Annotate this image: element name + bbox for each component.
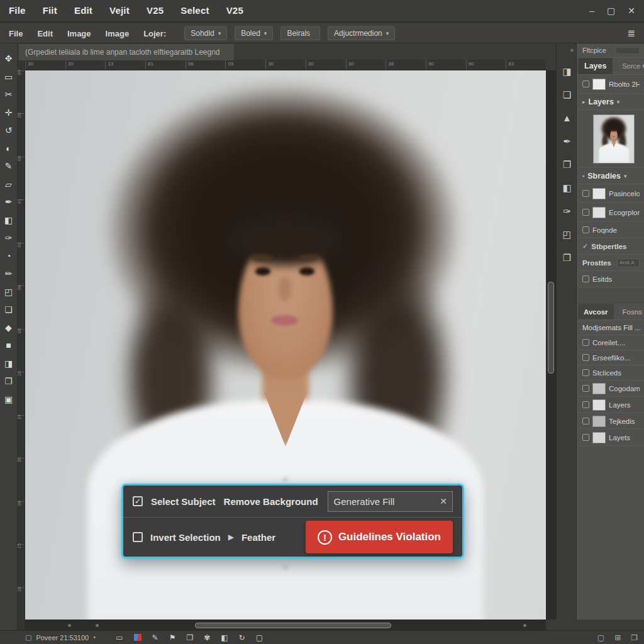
scrollbar-thumb[interactable]: [548, 282, 554, 374]
panel-menu-icon[interactable]: ≣: [627, 28, 635, 39]
remove-background-button[interactable]: Remove Background: [224, 496, 318, 507]
properties-row[interactable]: ✓ Stbpertles: [578, 238, 644, 255]
layer-row[interactable]: Esitds: [578, 271, 644, 287]
presets-input[interactable]: [617, 258, 640, 267]
visibility-checkbox[interactable]: [582, 339, 589, 346]
tool-icon[interactable]: ◆: [0, 319, 18, 337]
layer-row[interactable]: Foqnde: [578, 222, 644, 238]
visibility-checkbox[interactable]: [582, 354, 589, 361]
invert-selection-checkbox[interactable]: [133, 532, 143, 542]
menu-item[interactable]: V25: [147, 5, 164, 16]
tab-fosns[interactable]: Fosns: [623, 308, 642, 316]
panel-icon[interactable]: ◰: [557, 224, 578, 247]
collapse-panels-icon[interactable]: »: [570, 47, 574, 53]
layer-preview-row[interactable]: [578, 110, 644, 168]
tool-icon[interactable]: ✑: [0, 229, 18, 247]
visibility-checkbox[interactable]: [582, 385, 589, 392]
chevron-down-icon[interactable]: ▾: [93, 635, 96, 640]
source-dropdown[interactable]: Sorce ▾: [622, 62, 644, 70]
panel-icon[interactable]: ◧: [557, 177, 578, 201]
panel-icon[interactable]: ❏: [557, 84, 578, 108]
toolbar-dropdown[interactable]: Sohdld ▾: [184, 26, 227, 40]
toolbar-menu-item[interactable]: Image: [67, 29, 91, 38]
feather-label[interactable]: Feather: [242, 532, 275, 543]
toolbar-dropdown[interactable]: Adjuctrmedion ▾: [328, 26, 395, 40]
layer-row[interactable]: Cogodam: [578, 380, 644, 397]
tool-icon[interactable]: ▣: [0, 391, 18, 409]
panel-header-field[interactable]: [616, 47, 640, 54]
tool-icon[interactable]: ✎: [0, 157, 18, 175]
tool-icon[interactable]: ◧: [0, 211, 18, 230]
tool-icon[interactable]: ✂: [0, 86, 18, 104]
status-icon[interactable]: ❐: [186, 634, 193, 641]
visibility-checkbox[interactable]: [582, 369, 589, 376]
status-icon[interactable]: ◧: [221, 634, 228, 641]
visibility-checkbox[interactable]: [582, 209, 589, 216]
layer-row[interactable]: Layets: [578, 430, 644, 446]
fill-row[interactable]: Modjsemats Fill ...: [578, 320, 644, 335]
layer-row[interactable]: Tejkedis: [578, 413, 644, 430]
toolbar-dropdown[interactable]: Beirals: [280, 26, 320, 40]
status-icon[interactable]: ✾: [204, 634, 210, 641]
tool-icon[interactable]: ❏: [0, 301, 18, 319]
panel-icon[interactable]: ✒: [557, 131, 578, 154]
layer-row[interactable]: Ecogrplor: [578, 203, 644, 222]
panel-icon[interactable]: ▲: [557, 108, 578, 131]
menu-item[interactable]: Select: [180, 5, 209, 16]
toolbar-menu-item[interactable]: Edit: [37, 29, 53, 38]
tool-icon[interactable]: ■: [0, 336, 18, 355]
guidelines-violation-button[interactable]: ! Guidelines Violation: [306, 521, 453, 553]
tool-icon[interactable]: ↺: [0, 121, 18, 140]
tool-icon[interactable]: ◐: [0, 140, 18, 158]
clear-input-icon[interactable]: ✕: [440, 496, 447, 506]
menu-item[interactable]: Edit: [74, 5, 92, 16]
status-icon[interactable]: ▰: [134, 634, 142, 641]
visibility-checkbox[interactable]: [582, 190, 589, 197]
tool-icon[interactable]: ✏: [0, 265, 18, 283]
invert-selection-label[interactable]: Invert Selection: [150, 532, 221, 543]
tab-avcosr[interactable]: Avcosr: [578, 304, 614, 319]
tool-icon[interactable]: ✥: [0, 50, 18, 68]
layer-row[interactable]: Layers: [578, 397, 644, 413]
status-icon[interactable]: ⚑: [169, 634, 176, 641]
toolbar-menu-item[interactable]: Image: [106, 29, 130, 38]
status-icon[interactable]: ▭: [116, 634, 123, 641]
toolbar-dropdown[interactable]: Boled ▾: [235, 26, 273, 40]
panel-icon[interactable]: ◨: [557, 61, 578, 84]
toolbar-menu-item[interactable]: File: [9, 29, 23, 38]
tool-icon[interactable]: ❐: [0, 372, 18, 391]
visibility-checkbox[interactable]: [582, 80, 589, 87]
status-icon[interactable]: ▢: [256, 634, 263, 641]
generative-fill-input[interactable]: [328, 491, 453, 512]
panel-icon[interactable]: ❒: [557, 247, 578, 270]
menu-item[interactable]: Fiit: [43, 5, 57, 16]
visibility-checkbox[interactable]: [582, 401, 589, 408]
horizontal-scrollbar[interactable]: [25, 620, 546, 630]
panel-icon[interactable]: ❐: [557, 154, 578, 177]
select-subject-checkbox[interactable]: ✓: [133, 496, 143, 506]
layer-row[interactable]: Stcliceds: [578, 365, 644, 380]
tool-icon[interactable]: ◨: [0, 355, 18, 373]
maximize-icon[interactable]: ▢: [607, 6, 615, 16]
visibility-checkbox[interactable]: [582, 226, 589, 233]
tool-icon[interactable]: ✒: [0, 193, 18, 211]
status-icon[interactable]: ▢: [597, 633, 604, 642]
status-icon[interactable]: ⊞: [614, 633, 621, 642]
tool-icon[interactable]: ▭: [0, 68, 18, 86]
select-subject-label[interactable]: Select Subject: [151, 496, 216, 507]
status-icon[interactable]: ↻: [239, 634, 245, 641]
tool-icon[interactable]: ▱: [0, 175, 18, 194]
status-icon[interactable]: ✎: [152, 634, 158, 641]
layer-row[interactable]: Pasincelor: [578, 184, 644, 203]
layers-group-header[interactable]: ▸ Layers ▾: [578, 94, 644, 110]
menu-item[interactable]: File: [9, 5, 26, 16]
layer-row[interactable]: Erseefliko...: [578, 350, 644, 365]
scrollbar-thumb[interactable]: [195, 623, 391, 628]
layer-row[interactable]: Rbolto 2H: [578, 75, 644, 94]
layer-row[interactable]: Coreilet....: [578, 335, 644, 350]
status-icon[interactable]: ❒: [631, 633, 638, 642]
tab-layers[interactable]: Layes: [578, 58, 613, 74]
minimize-icon[interactable]: –: [589, 6, 594, 16]
vertical-scrollbar[interactable]: [546, 70, 556, 619]
close-icon[interactable]: ✕: [628, 6, 635, 16]
